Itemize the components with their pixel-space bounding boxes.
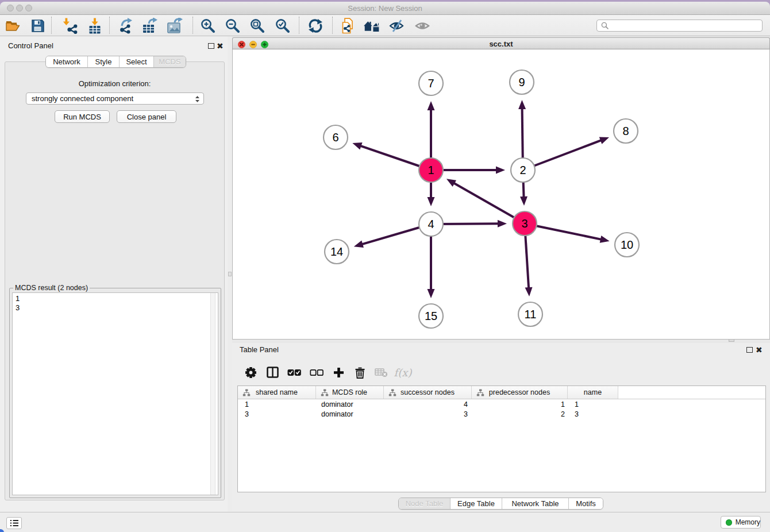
table-cell[interactable]: 4 (384, 399, 472, 409)
deselect-all-rows-icon[interactable] (309, 365, 324, 380)
graph-edge-arrowhead (496, 167, 505, 174)
graph-edge-arrowhead (352, 142, 362, 149)
network-canvas[interactable]: 1234678910111415 (232, 49, 770, 340)
first-neighbors-icon[interactable] (364, 17, 381, 34)
show-columns-icon[interactable] (265, 365, 280, 380)
tab-network-table[interactable]: Network Table (502, 498, 568, 509)
close-panel-button[interactable]: Close panel (117, 110, 176, 123)
tab-mcds[interactable]: MCDS (153, 56, 186, 67)
run-mcds-button[interactable]: Run MCDS (55, 110, 110, 123)
zoom-out-icon[interactable] (224, 17, 241, 34)
export-table-icon[interactable] (141, 17, 159, 34)
tab-edge-table[interactable]: Edge Table (450, 498, 502, 509)
graph-node-label: 9 (518, 76, 525, 88)
status-bar: Memory (0, 512, 770, 532)
tab-style[interactable]: Style (87, 56, 119, 67)
table-cell[interactable]: dominator (316, 409, 384, 419)
table-cell[interactable]: 3 (384, 409, 472, 419)
table-cell[interactable]: 1 (472, 399, 568, 409)
table-cell[interactable]: 1 (238, 399, 316, 409)
table-row[interactable]: 1dominator411 (238, 399, 765, 409)
toolbar-separator (109, 17, 110, 34)
import-network-icon[interactable] (61, 17, 79, 34)
hide-selected-icon[interactable] (388, 17, 406, 34)
graph-edge-arrowhead (428, 289, 435, 298)
control-panel-tabs: NetworkStyleSelectMCDS (45, 56, 186, 68)
column-type-icon (476, 389, 484, 396)
control-panel: Control Panel ✖ NetworkStyleSelectMCDS O… (0, 36, 228, 512)
network-window-title: scc.txt (233, 40, 769, 48)
table-settings-icon[interactable] (243, 365, 258, 380)
table-panel: Table Panel ✖ f(x) shared nameMCDS roles… (232, 343, 770, 512)
column-header-MCDS-role[interactable]: MCDS role (316, 386, 384, 399)
window-titlebar[interactable]: Session: New Session (0, 2, 770, 15)
column-header-label: predecessor nodes (489, 388, 550, 396)
table-row[interactable]: 3dominator323 (238, 409, 765, 419)
search-input[interactable] (611, 22, 762, 30)
mcds-result-scrollbar[interactable] (210, 293, 215, 495)
select-all-rows-icon[interactable] (287, 365, 302, 380)
column-header-name[interactable]: name (568, 386, 618, 399)
task-history-button[interactable] (6, 517, 22, 529)
tab-motifs[interactable]: Motifs (568, 498, 603, 509)
zoom-in-icon[interactable] (199, 17, 217, 34)
tab-node-table[interactable]: Node Table (399, 498, 450, 509)
tab-select[interactable]: Select (119, 56, 153, 67)
toolbar-separator (332, 17, 333, 34)
search-box[interactable] (596, 20, 763, 32)
delete-table-icon[interactable] (374, 365, 388, 380)
function-builder-label: f(x) (394, 367, 412, 379)
new-network-from-selection-icon[interactable] (339, 17, 356, 34)
graph-node-label: 14 (330, 245, 343, 258)
optimization-criterion-label: Optimization criterion: (5, 79, 224, 88)
table-cell[interactable]: 3 (238, 409, 316, 419)
column-header-predecessor-nodes[interactable]: predecessor nodes (472, 386, 568, 399)
tab-network[interactable]: Network (46, 56, 87, 67)
graph-node-label: 4 (428, 218, 434, 230)
right-region: scc.txt 1234678910111415 Table Panel ✖ f… (232, 36, 770, 512)
toolbar-separator (192, 17, 193, 34)
save-session-icon[interactable] (29, 17, 46, 34)
graph-node-label: 3 (521, 217, 528, 230)
column-header-shared-name[interactable]: shared name (238, 386, 316, 399)
control-panel-float-icon[interactable] (208, 43, 214, 49)
column-type-icon (388, 389, 396, 396)
table-cell[interactable]: dominator (316, 399, 384, 409)
table-cell[interactable]: 2 (472, 409, 568, 419)
open-session-icon[interactable] (4, 17, 21, 34)
main-toolbar (0, 15, 770, 36)
table-cell[interactable]: 1 (568, 399, 618, 409)
function-builder-icon[interactable]: f(x) (395, 365, 410, 380)
graph-node-label: 6 (332, 131, 338, 144)
hidden-panel-indicator (0, 529, 4, 532)
vertical-splitter-grip[interactable] (228, 272, 232, 276)
zoom-fit-icon[interactable] (249, 17, 266, 34)
column-header-successor-nodes[interactable]: successor nodes (384, 386, 472, 399)
add-row-icon[interactable] (331, 365, 346, 380)
memory-button[interactable]: Memory (721, 516, 761, 529)
show-all-icon[interactable] (414, 17, 432, 34)
criterion-select[interactable]: strongly connected component (26, 92, 204, 105)
table-panel-float-icon[interactable] (746, 347, 753, 353)
graph-edge-arrowhead (498, 220, 507, 228)
vertical-splitter[interactable] (228, 36, 232, 512)
memory-button-label: Memory (736, 518, 760, 526)
horizontal-splitter-grip[interactable] (729, 339, 734, 342)
mcds-result-text[interactable]: 1 3 (12, 292, 218, 495)
table-body: 1dominator4113dominator323 (238, 399, 765, 419)
network-window-titlebar[interactable]: scc.txt (232, 37, 770, 49)
mcds-result-title: MCDS result (2 nodes) (13, 284, 90, 292)
column-header-label: successor nodes (401, 388, 455, 396)
table-panel-close-icon[interactable]: ✖ (756, 347, 763, 353)
control-panel-close-icon[interactable]: ✖ (217, 43, 224, 49)
export-network-icon[interactable] (117, 17, 134, 34)
apply-layout-icon[interactable] (307, 17, 324, 34)
export-image-icon[interactable] (167, 17, 184, 34)
graph-edge-arrowhead (428, 197, 435, 206)
table-cell[interactable]: 3 (568, 409, 618, 419)
import-table-icon[interactable] (86, 17, 103, 34)
delete-row-icon[interactable] (352, 365, 367, 380)
application-window: Session: New Session Control Panel (0, 0, 770, 532)
network-graph[interactable]: 1234678910111415 (233, 49, 769, 338)
zoom-selected-icon[interactable] (274, 17, 291, 34)
